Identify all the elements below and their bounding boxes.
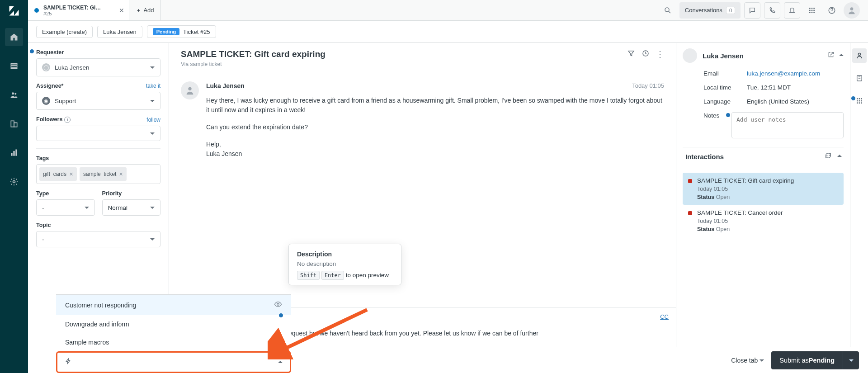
email-label: Email	[703, 70, 741, 77]
message-time: Today 01:05	[632, 81, 664, 91]
chevron-down-icon	[760, 357, 764, 364]
notifications-icon[interactable]	[784, 2, 800, 19]
user-context-icon[interactable]	[852, 48, 867, 63]
priority-select[interactable]: Normal	[102, 199, 161, 216]
svg-rect-6	[14, 123, 17, 127]
filter-icon[interactable]	[627, 49, 635, 59]
phone-icon[interactable]	[764, 2, 780, 19]
tab-close-icon[interactable]: ✕	[119, 7, 124, 14]
more-actions-icon[interactable]: ⋮	[656, 49, 664, 59]
message-body-line: Can you extend the expiration date?	[206, 123, 664, 132]
breadcrumb-requester[interactable]: Luka Jensen	[97, 26, 142, 38]
user-language: English (United States)	[747, 98, 809, 105]
apps-grid-icon[interactable]	[804, 2, 820, 19]
submit-button[interactable]: Submit as Pending	[771, 351, 843, 369]
message-avatar	[181, 81, 199, 99]
events-icon[interactable]	[642, 49, 650, 59]
chevron-down-icon	[849, 356, 854, 364]
open-user-icon[interactable]	[827, 51, 835, 60]
nav-views-icon[interactable]	[5, 57, 23, 75]
remove-tag-icon[interactable]: ✕	[119, 171, 123, 177]
nav-customers-icon[interactable]	[5, 86, 23, 104]
svg-point-11	[665, 8, 669, 12]
unsaved-indicator-icon	[726, 113, 730, 117]
macro-search-row	[56, 351, 291, 373]
interactions-header: Interactions	[683, 147, 844, 165]
info-icon[interactable]: i	[64, 117, 71, 123]
macro-search-input[interactable]	[77, 359, 273, 366]
svg-rect-31	[859, 100, 860, 102]
preview-icon[interactable]	[274, 300, 282, 310]
profile-avatar[interactable]	[844, 2, 860, 19]
lightning-icon	[65, 358, 72, 367]
requester-select[interactable]: ◯Luka Jensen	[36, 58, 160, 76]
submit-status-menu[interactable]	[843, 351, 859, 369]
search-icon[interactable]	[660, 2, 676, 19]
svg-rect-15	[809, 9, 811, 11]
ticket-tab[interactable]: SAMPLE TICKET: Gi… #25 ✕	[28, 0, 129, 20]
interaction-item[interactable]: SAMPLE TICKET: Cancel order Today 01:05 …	[683, 205, 844, 237]
breadcrumb-example[interactable]: Example (create)	[36, 26, 93, 38]
nav-organizations-icon[interactable]	[5, 115, 23, 133]
tag: gift_cards✕	[39, 167, 77, 181]
message: Luka Jensen Today 01:05 Hey there, I was…	[169, 73, 676, 167]
assignee-select[interactable]: ◉Support	[36, 92, 160, 110]
close-tab-button[interactable]: Close tab	[731, 357, 764, 364]
type-select[interactable]: -	[36, 199, 95, 216]
macro-item[interactable]: Downgrade and inform	[56, 315, 291, 333]
user-name: Luka Jensen	[703, 52, 744, 60]
svg-rect-28	[859, 98, 860, 99]
svg-rect-9	[15, 150, 17, 156]
followers-select[interactable]	[36, 126, 160, 141]
conversations-button[interactable]: Conversations 0	[679, 2, 741, 19]
followers-label: Followers	[36, 116, 62, 123]
collapse-icon[interactable]	[837, 152, 842, 161]
help-icon[interactable]	[824, 2, 840, 19]
svg-rect-0	[11, 63, 17, 65]
svg-rect-13	[811, 8, 813, 9]
add-cc-link[interactable]: CC	[660, 313, 669, 320]
user-notes-input[interactable]	[731, 112, 844, 138]
take-it-link[interactable]: take it	[146, 83, 160, 89]
refresh-icon[interactable]	[825, 152, 832, 161]
nav-home-icon[interactable]	[5, 28, 23, 46]
breadcrumb-ticket[interactable]: Pending Ticket #25	[147, 25, 216, 38]
svg-rect-33	[857, 102, 858, 104]
popover-hint: Shift Enter to open preview	[297, 272, 393, 279]
interaction-item[interactable]: SAMPLE TICKET: Gift card expiring Today …	[683, 173, 844, 205]
apps-panel-icon[interactable]	[852, 94, 867, 108]
macro-item[interactable]: Customer not responding	[56, 295, 291, 315]
chevron-down-icon	[150, 98, 155, 104]
chat-icon[interactable]	[744, 2, 760, 19]
collapse-icon[interactable]	[839, 51, 844, 60]
remove-tag-icon[interactable]: ✕	[69, 171, 73, 177]
svg-rect-27	[857, 98, 858, 99]
user-email[interactable]: luka.jensen@example.com	[747, 70, 820, 77]
svg-rect-18	[809, 12, 811, 13]
svg-rect-29	[861, 98, 862, 99]
add-tab-label: Add	[143, 7, 154, 14]
follow-link[interactable]: follow	[146, 117, 160, 123]
conversations-count: 0	[726, 7, 735, 14]
svg-point-25	[858, 53, 860, 55]
knowledge-icon[interactable]	[852, 71, 867, 85]
nav-reporting-icon[interactable]	[5, 144, 23, 162]
chevron-up-icon[interactable]	[278, 358, 283, 366]
message-body-line: Help,	[206, 140, 664, 150]
nav-admin-icon[interactable]	[5, 173, 23, 191]
plus-icon: ＋	[136, 6, 142, 14]
main-area: SAMPLE TICKET: Gi… #25 ✕ ＋ Add Conversat…	[28, 0, 868, 373]
unsaved-indicator-icon	[279, 349, 283, 354]
svg-rect-5	[11, 121, 14, 127]
macro-item[interactable]: Sample macros	[56, 333, 291, 351]
unsaved-dot-icon	[34, 8, 39, 13]
requester-label: Requester	[36, 49, 160, 56]
svg-rect-32	[861, 100, 862, 102]
add-tab-button[interactable]: ＋ Add	[129, 0, 161, 20]
tags-field[interactable]: gift_cards✕ sample_ticket✕	[36, 164, 160, 184]
priority-label: Priority	[102, 190, 161, 197]
svg-rect-34	[859, 102, 860, 104]
ticket-via: Via sample ticket	[181, 61, 326, 67]
unsaved-indicator-icon	[30, 49, 34, 53]
topic-select[interactable]: -	[36, 231, 160, 247]
